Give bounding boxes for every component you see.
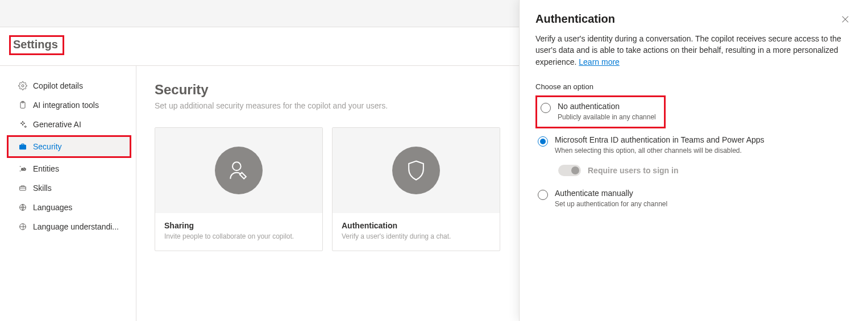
- sidebar-item-languages[interactable]: Languages: [0, 198, 136, 217]
- radio-title: Microsoft Entra ID authentication in Tea…: [555, 135, 765, 144]
- sidebar-item-security[interactable]: Security: [9, 137, 130, 156]
- sidebar-item-copilot-details[interactable]: Copilot details: [0, 76, 136, 95]
- sparkle-icon: [18, 120, 27, 129]
- person-edit-icon: [215, 147, 263, 194]
- svg-point-0: [22, 85, 24, 87]
- sidebar-item-generative-ai[interactable]: Generative AI: [0, 115, 136, 134]
- sidebar-security-highlight: Security: [7, 135, 131, 158]
- radio-entra-id[interactable]: Microsoft Entra ID authentication in Tea…: [535, 132, 767, 158]
- entities-icon: ab: [18, 164, 27, 173]
- panel-title: Authentication: [535, 12, 615, 26]
- sidebar-item-label: Languages: [33, 203, 72, 212]
- radio-icon[interactable]: [538, 190, 548, 200]
- card-desc: Verify a user's identity during a chat.: [342, 232, 491, 240]
- svg-point-7: [232, 162, 241, 170]
- languages-icon: [18, 203, 27, 212]
- svg-text:ab: ab: [21, 166, 26, 172]
- card-top: [333, 128, 500, 213]
- radio-authenticate-manually[interactable]: Authenticate manually Set up authenticat…: [535, 185, 670, 211]
- radio-title: Authenticate manually: [555, 189, 667, 198]
- sidebar-item-label: Skills: [33, 184, 52, 193]
- settings-sidebar: Copilot details AI integration tools Gen…: [0, 66, 136, 321]
- card-title: Authentication: [342, 221, 491, 230]
- sidebar-item-skills[interactable]: Skills: [0, 178, 136, 198]
- close-button[interactable]: [838, 12, 852, 26]
- sidebar-item-label: Generative AI: [33, 120, 81, 129]
- clipboard-icon: [18, 101, 27, 110]
- learn-more-link[interactable]: Learn more: [579, 57, 620, 66]
- radio-no-authentication[interactable]: No authentication Publicly available in …: [538, 98, 658, 124]
- authentication-card[interactable]: Authentication Verify a user's identity …: [332, 127, 500, 251]
- card-desc: Invite people to collaborate on your cop…: [164, 232, 313, 240]
- radio-icon[interactable]: [541, 103, 551, 113]
- authentication-panel: Authentication Verify a user's identity …: [519, 0, 868, 321]
- gear-icon: [18, 81, 27, 90]
- sidebar-item-language-understanding[interactable]: Language understandi...: [0, 217, 136, 236]
- radio-sub: When selecting this option, all other ch…: [555, 147, 765, 155]
- radio-sub: Set up authentication for any channel: [555, 200, 667, 208]
- sidebar-item-label: Language understandi...: [33, 222, 119, 231]
- sidebar-item-ai-integration[interactable]: AI integration tools: [0, 95, 136, 115]
- settings-title-highlight: Settings: [9, 35, 64, 55]
- sharing-card[interactable]: Sharing Invite people to collaborate on …: [155, 127, 323, 251]
- radio-icon[interactable]: [538, 136, 548, 147]
- no-auth-highlight: No authentication Publicly available in …: [535, 95, 666, 128]
- require-signin-toggle[interactable]: [558, 165, 581, 176]
- card-title: Sharing: [164, 221, 313, 230]
- sidebar-item-label: Copilot details: [33, 81, 83, 90]
- sidebar-item-label: Security: [33, 142, 62, 151]
- close-icon: [841, 15, 849, 23]
- sidebar-item-label: Entities: [33, 164, 59, 173]
- briefcase-icon: [18, 142, 27, 151]
- svg-rect-4: [20, 186, 26, 190]
- panel-description: Verify a user's identity during a conver…: [535, 33, 852, 68]
- toggle-label: Require users to sign in: [588, 166, 678, 175]
- sidebar-item-label: AI integration tools: [33, 101, 99, 110]
- radio-title: No authentication: [558, 102, 656, 111]
- auth-options: No authentication Publicly available in …: [535, 95, 852, 211]
- shield-icon: [392, 147, 440, 194]
- card-top: [155, 128, 322, 213]
- skills-icon: [18, 184, 27, 193]
- sidebar-item-entities[interactable]: ab Entities: [0, 159, 136, 178]
- page-title: Settings: [13, 38, 58, 51]
- radio-sub: Publicly available in any channel: [558, 113, 656, 121]
- language-understanding-icon: [18, 222, 27, 231]
- choose-option-label: Choose an option: [535, 82, 852, 91]
- require-signin-row: Require users to sign in: [558, 165, 678, 176]
